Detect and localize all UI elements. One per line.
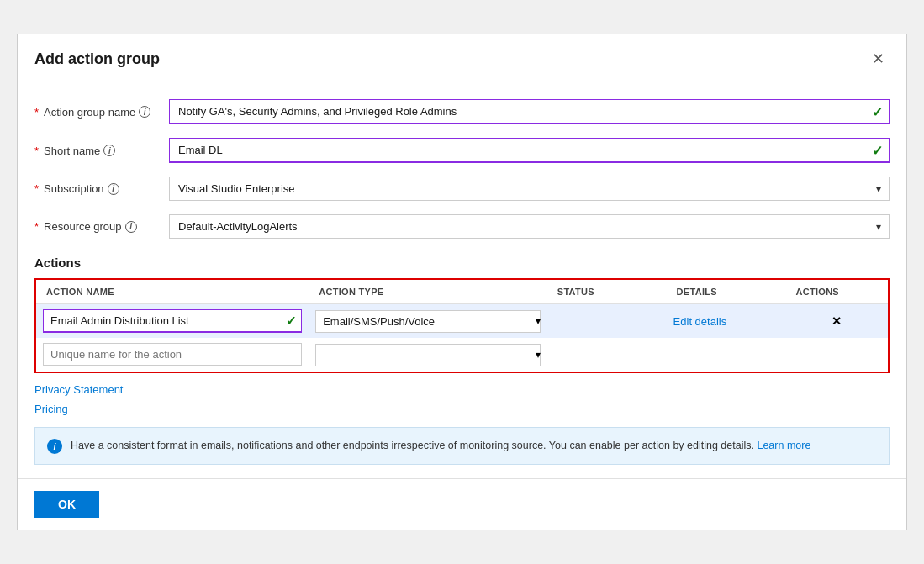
required-star: *: [34, 106, 39, 119]
status-cell: [547, 304, 667, 339]
actions-table: ACTION NAME ACTION TYPE STATUS DETAILS A…: [36, 280, 888, 372]
info-banner-icon: i: [47, 439, 62, 454]
table-row: ✓ Email/SMS/Push/Voice ▾: [36, 304, 888, 339]
learn-more-link[interactable]: Learn more: [757, 440, 810, 451]
new-action-type-cell: ▾: [309, 338, 547, 372]
short-name-row: * Short name i ✓: [34, 138, 890, 163]
action-name-cell: ✓: [36, 304, 309, 339]
table-header-row: ACTION NAME ACTION TYPE STATUS DETAILS A…: [36, 280, 888, 304]
new-status-cell: [547, 338, 667, 372]
col-header-details: DETAILS: [667, 280, 786, 304]
dialog-footer: OK: [18, 478, 906, 530]
dialog-header: Add action group ✕: [18, 34, 906, 82]
dialog-body: * Action group name i ✓ * Short name i ✓: [18, 82, 906, 465]
action-group-name-wrapper: ✓: [169, 99, 890, 124]
new-actions-cell: [785, 338, 888, 372]
info-banner: i Have a consistent format in emails, no…: [34, 427, 890, 465]
edit-details-link[interactable]: Edit details: [673, 315, 727, 328]
resource-group-row: * Resource group i Default-ActivityLogAl…: [34, 214, 890, 239]
action-name-check-icon: ✓: [286, 314, 297, 329]
close-button[interactable]: ✕: [867, 48, 890, 70]
new-action-type-select[interactable]: [315, 344, 541, 366]
info-banner-text: Have a consistent format in emails, noti…: [71, 438, 877, 454]
new-details-cell: [667, 338, 786, 372]
new-action-name-cell: [36, 338, 309, 372]
col-header-actions: ACTIONS: [785, 280, 888, 304]
actions-table-wrapper: ACTION NAME ACTION TYPE STATUS DETAILS A…: [34, 278, 890, 373]
new-action-row: ▾: [36, 338, 888, 372]
required-star-3: *: [34, 182, 39, 195]
action-type-select[interactable]: Email/SMS/Push/Voice: [315, 310, 541, 333]
resource-group-label: * Resource group i: [34, 220, 169, 233]
actions-section-title: Actions: [34, 252, 890, 270]
short-name-label: * Short name i: [34, 145, 169, 157]
details-cell: Edit details: [667, 304, 786, 339]
short-name-wrapper: ✓: [169, 138, 890, 163]
resource-group-select[interactable]: Default-ActivityLogAlerts: [169, 214, 890, 239]
action-group-name-input[interactable]: [169, 99, 890, 124]
action-group-name-row: * Action group name i ✓: [34, 99, 890, 124]
col-header-action-type: ACTION TYPE: [309, 280, 547, 304]
dialog-title: Add action group: [34, 50, 160, 68]
short-name-input[interactable]: [169, 138, 890, 163]
remove-action-button[interactable]: ✕: [826, 313, 847, 329]
links-section: Privacy Statement Pricing: [34, 383, 890, 415]
ok-button[interactable]: OK: [34, 491, 99, 518]
resource-group-select-wrapper: Default-ActivityLogAlerts ▾: [169, 214, 890, 239]
subscription-label: * Subscription i: [34, 182, 169, 195]
action-group-name-info-icon[interactable]: i: [139, 106, 150, 118]
subscription-select-wrapper: Visual Studio Enterprise ▾: [169, 177, 890, 201]
action-type-cell: Email/SMS/Push/Voice ▾: [309, 304, 547, 339]
required-star-4: *: [34, 220, 39, 233]
new-action-name-input[interactable]: [43, 343, 302, 366]
action-group-name-check-icon: ✓: [872, 104, 883, 120]
remove-cell: ✕: [785, 304, 888, 339]
privacy-statement-link[interactable]: Privacy Statement: [34, 383, 890, 396]
subscription-row: * Subscription i Visual Studio Enterpris…: [34, 177, 890, 201]
short-name-info-icon[interactable]: i: [103, 145, 115, 156]
action-name-input[interactable]: [43, 309, 302, 333]
col-header-action-name: ACTION NAME: [36, 280, 309, 304]
add-action-group-dialog: Add action group ✕ * Action group name i…: [17, 34, 907, 530]
subscription-info-icon[interactable]: i: [108, 183, 119, 195]
action-group-name-label: * Action group name i: [34, 106, 169, 119]
subscription-select[interactable]: Visual Studio Enterprise: [169, 177, 890, 201]
col-header-status: STATUS: [547, 280, 667, 304]
resource-group-info-icon[interactable]: i: [125, 221, 137, 233]
short-name-check-icon: ✓: [872, 143, 883, 159]
required-star-2: *: [34, 145, 39, 157]
pricing-link[interactable]: Pricing: [34, 403, 890, 415]
